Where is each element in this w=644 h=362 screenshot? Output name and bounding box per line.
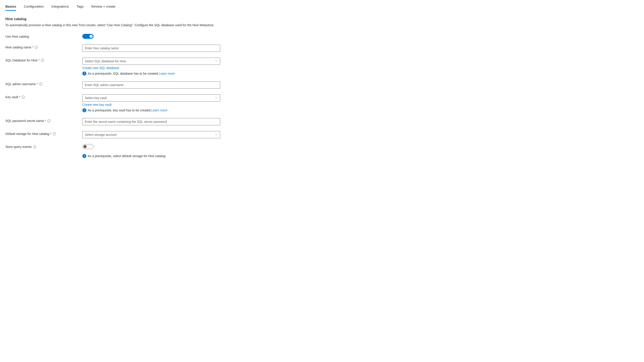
create-key-vault-link[interactable]: Create new key vault	[82, 103, 112, 106]
store-query-events-prereq-text: As a prerequisite, select default storag…	[88, 154, 166, 158]
section-title: Hive catalog	[5, 17, 639, 21]
key-vault-label: Key vault *	[5, 94, 82, 99]
store-query-events-label: Store query events	[5, 144, 82, 149]
info-icon[interactable]	[53, 132, 56, 135]
key-vault-learn-more-link[interactable]: Learn more	[151, 108, 168, 112]
tab-configuration[interactable]: Configuration	[24, 5, 44, 11]
sql-password-secret-label: SQL password secret name *	[5, 118, 82, 123]
required-asterisk: *	[19, 95, 20, 99]
info-icon[interactable]	[33, 145, 36, 148]
info-badge-icon: i	[82, 154, 86, 158]
info-icon[interactable]	[39, 82, 42, 86]
info-badge-icon: i	[82, 72, 86, 76]
create-sql-database-link[interactable]: Create new SQL database	[82, 66, 119, 70]
store-query-events-toggle[interactable]	[82, 144, 94, 149]
required-asterisk: *	[50, 132, 51, 136]
required-asterisk: *	[38, 59, 40, 62]
default-storage-label: Default storage for Hive catalog *	[5, 131, 82, 136]
sql-database-learn-more-link[interactable]: Learn more	[159, 72, 175, 75]
hive-catalog-name-label: Hive catalog name *	[5, 45, 82, 49]
required-asterisk: *	[32, 46, 33, 49]
section-description: To automatically provision a Hive catalo…	[5, 23, 220, 28]
hive-catalog-name-input[interactable]	[82, 45, 220, 52]
info-icon[interactable]	[35, 46, 38, 49]
use-hive-catalog-toggle[interactable]	[82, 34, 94, 39]
key-vault-select[interactable]: Select key vault	[82, 94, 220, 102]
info-icon[interactable]	[41, 59, 44, 62]
sql-admin-username-label: SQL admin username *	[5, 81, 82, 86]
tab-review-create[interactable]: Review + create	[91, 5, 116, 11]
info-icon[interactable]	[22, 95, 25, 99]
tab-basics[interactable]: Basics	[5, 5, 16, 11]
tab-tags[interactable]: Tags	[76, 5, 84, 11]
use-hive-catalog-label: Use Hive catalog	[5, 34, 82, 38]
sql-admin-username-input[interactable]	[82, 81, 220, 89]
info-badge-icon: i	[82, 108, 86, 112]
sql-database-prereq-text: As a prerequisite, SQL database has to b…	[88, 72, 175, 75]
required-asterisk: *	[37, 82, 38, 86]
required-asterisk: *	[45, 119, 46, 123]
wizard-tabs: Basics Configuration Integrations Tags R…	[5, 5, 639, 11]
info-icon[interactable]	[48, 119, 50, 122]
sql-database-select[interactable]: Select SQL database for Hive	[82, 58, 220, 65]
default-storage-select[interactable]: Select storage account	[82, 131, 220, 138]
sql-password-secret-input[interactable]	[82, 118, 220, 125]
key-vault-prereq-text: As a prerequisite, key vault has to be c…	[88, 108, 168, 112]
tab-integrations[interactable]: Integrations	[52, 5, 69, 11]
sql-database-label: SQL Database for Hive *	[5, 58, 82, 62]
